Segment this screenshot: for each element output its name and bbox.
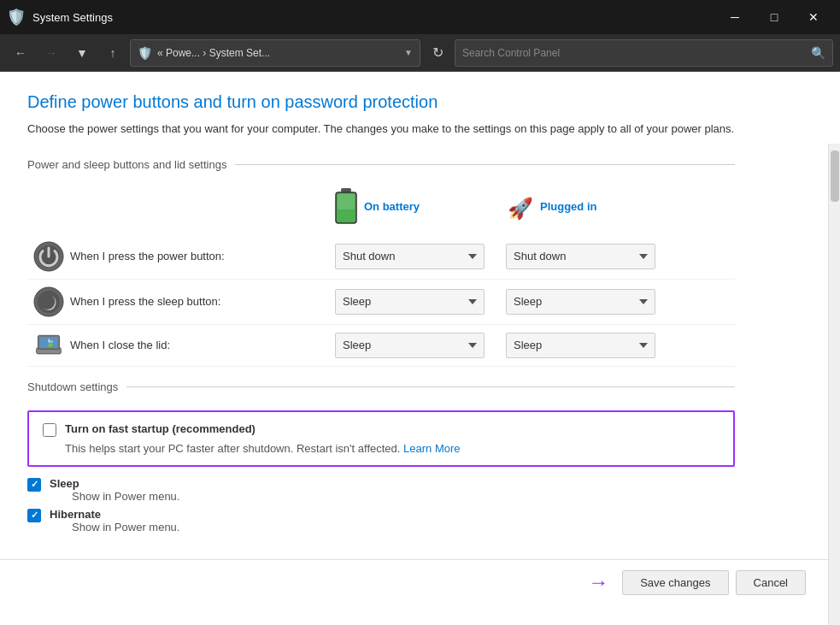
shutdown-section-header: Shutdown settings <box>27 380 735 393</box>
address-icon: 🛡️ <box>138 46 152 60</box>
lid-battery-select-container: Sleep Shut down Hibernate Do nothing Loc… <box>335 333 506 358</box>
titlebar: 🛡️ System Settings ─ □ ✕ <box>0 0 840 34</box>
sleep-battery-select[interactable]: Sleep Shut down Hibernate Do nothing <box>335 289 485 315</box>
refresh-button[interactable]: ↻ <box>424 39 451 67</box>
plugged-column-header: 🚀 Plugged in <box>506 193 677 221</box>
power-battery-select[interactable]: Shut down Sleep Hibernate Do nothing <box>335 244 485 269</box>
app-title: System Settings <box>32 11 708 24</box>
cancel-button[interactable]: Cancel <box>736 570 806 595</box>
window-controls: ─ □ ✕ <box>715 3 833 31</box>
sleep-setting-label: Sleep <box>50 477 179 490</box>
lid-plugged-select-container: Sleep Shut down Hibernate Do nothing Loc… <box>506 333 677 358</box>
fast-startup-description: This helps start your PC faster after sh… <box>65 442 720 455</box>
sleep-setting-row: Sleep Show in Power menu. <box>27 477 735 503</box>
lid-label: When I close the lid: <box>70 339 335 351</box>
sleep-battery-select-container: Sleep Shut down Hibernate Do nothing <box>335 289 506 315</box>
address-dropdown-icon: ▼ <box>404 48 413 57</box>
hibernate-setting-label: Hibernate <box>50 508 179 521</box>
save-changes-button[interactable]: Save changes <box>622 570 728 595</box>
lid-row: 🍃 When I close the lid: Sleep Shut down … <box>27 325 735 367</box>
page-description: Choose the power settings that you want … <box>27 121 735 138</box>
lid-plugged-select[interactable]: Sleep Shut down Hibernate Do nothing Loc… <box>506 333 655 358</box>
scrollbar-thumb[interactable] <box>831 150 839 202</box>
power-sleep-label: Power and sleep buttons and lid settings <box>27 158 226 171</box>
sleep-button-row: When I press the sleep button: Sleep Shu… <box>27 280 735 325</box>
power-plugged-select-container: Shut down Sleep Hibernate Do nothing <box>506 244 677 269</box>
power-button-row: When I press the power button: Shut down… <box>27 234 735 280</box>
power-row-icon <box>27 241 70 272</box>
power-icon <box>33 241 64 272</box>
sleep-row-icon <box>27 286 70 317</box>
lid-icon: 🍃 <box>33 332 64 359</box>
sleep-checkbox[interactable] <box>27 478 41 492</box>
learn-more-link[interactable]: Learn More <box>403 442 460 455</box>
rocket-icon: 🚀 <box>506 193 533 221</box>
close-button[interactable]: ✕ <box>794 3 833 31</box>
search-button[interactable]: 🔍 <box>811 46 825 60</box>
power-plugged-select[interactable]: Shut down Sleep Hibernate Do nothing <box>506 244 655 269</box>
lid-battery-select[interactable]: Sleep Shut down Hibernate Do nothing Loc… <box>335 333 485 358</box>
battery-column-header: On battery <box>335 188 506 226</box>
back-button[interactable]: ← <box>7 39 34 67</box>
page-title: Define power buttons and turn on passwor… <box>27 92 735 112</box>
column-headers: On battery 🚀 Plugged in <box>27 188 735 234</box>
plugged-column-label: Plugged in <box>540 200 596 213</box>
battery-column-label: On battery <box>364 200 420 213</box>
forward-button[interactable]: → <box>38 39 65 67</box>
lid-row-icon: 🍃 <box>27 332 70 359</box>
hibernate-checkbox[interactable] <box>27 509 41 522</box>
search-placeholder: Search Control Panel <box>462 47 806 59</box>
address-bar[interactable]: 🛡️ « Powe... › System Set... ▼ <box>130 39 420 67</box>
svg-text:🚀: 🚀 <box>508 196 533 221</box>
shutdown-section-label: Shutdown settings <box>27 380 118 393</box>
power-button-label: When I press the power button: <box>70 250 335 262</box>
up-button[interactable]: ↑ <box>99 39 126 67</box>
hibernate-setting-content: Hibernate Show in Power menu. <box>50 508 179 534</box>
address-text: « Powe... › System Set... <box>157 47 399 59</box>
arrow-indicator: → <box>588 570 608 594</box>
battery-icon <box>335 188 357 226</box>
svg-text:🍃: 🍃 <box>45 338 56 348</box>
window-scrollbar[interactable] <box>828 144 840 625</box>
power-battery-select-container: Shut down Sleep Hibernate Do nothing <box>335 244 506 269</box>
fast-startup-checkbox[interactable] <box>43 423 56 437</box>
search-bar[interactable]: Search Control Panel 🔍 <box>455 39 833 67</box>
svg-rect-2 <box>338 194 355 209</box>
sleep-button-label: When I press the sleep button: <box>70 295 335 308</box>
main-content: Define power buttons and turn on passwor… <box>0 72 840 625</box>
navbar: ← → ▼ ↑ 🛡️ « Powe... › System Set... ▼ ↻… <box>0 34 840 72</box>
fast-startup-box: Turn on fast startup (recommended) This … <box>27 410 735 467</box>
shutdown-section-divider <box>126 386 735 387</box>
shutdown-section: Shutdown settings Turn on fast startup (… <box>27 380 735 534</box>
fast-startup-label[interactable]: Turn on fast startup (recommended) <box>65 422 256 435</box>
sleep-setting-desc: Show in Power menu. <box>72 490 179 503</box>
power-sleep-section-header: Power and sleep buttons and lid settings <box>27 158 735 171</box>
sleep-setting-content: Sleep Show in Power menu. <box>50 477 179 503</box>
maximize-button[interactable]: □ <box>755 3 794 31</box>
fast-startup-row: Turn on fast startup (recommended) <box>43 422 720 437</box>
sleep-plugged-select[interactable]: Sleep Shut down Hibernate Do nothing <box>506 289 655 315</box>
sleep-plugged-select-container: Sleep Shut down Hibernate Do nothing <box>506 289 677 315</box>
hibernate-setting-desc: Show in Power menu. <box>72 521 179 534</box>
hibernate-setting-row: Hibernate Show in Power menu. <box>27 508 735 534</box>
sleep-icon <box>33 286 64 317</box>
dropdown-button[interactable]: ▼ <box>68 39 96 67</box>
section-divider <box>235 164 735 165</box>
minimize-button[interactable]: ─ <box>715 3 755 31</box>
footer: → Save changes Cancel <box>0 559 840 605</box>
app-icon: 🛡️ <box>7 8 26 27</box>
